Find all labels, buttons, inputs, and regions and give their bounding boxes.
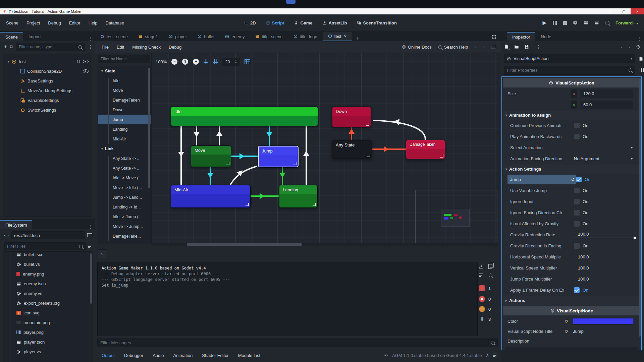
scene-tab-player[interactable]: player: [163, 32, 192, 41]
prop-size-x[interactable]: Size x 120.0: [502, 88, 641, 99]
link-item[interactable]: Idle -> Jump (...: [98, 212, 151, 222]
new-resource-icon[interactable]: +: [504, 44, 509, 50]
prop-use-variable-jump[interactable]: Use Variable Jump On: [502, 185, 641, 196]
expand-panel-icon[interactable]: [493, 354, 497, 357]
scene-tab-bullet[interactable]: bullet: [192, 32, 220, 41]
bottom-tab-audio[interactable]: Audio: [149, 353, 168, 358]
prop-facing-direction[interactable]: Animation Facing Direction No Argument▾: [502, 153, 641, 164]
graph-minimap[interactable]: [441, 209, 470, 227]
fs-sort-icon[interactable]: [88, 245, 92, 248]
pin-panel-icon[interactable]: ⊼: [486, 353, 489, 358]
section-animation-to-assign[interactable]: ▾Animation to assign: [503, 111, 641, 120]
prop-jump-force[interactable]: Jump Force Multiplier 100.0: [502, 274, 641, 285]
checkbox[interactable]: [574, 188, 580, 193]
prop-select-animation[interactable]: Select Animation ▾: [502, 142, 641, 153]
vs-menu-missing-check[interactable]: Missing Check: [128, 45, 165, 50]
filter-messages-input[interactable]: Filter Messages: [97, 338, 498, 347]
scene-filter-input[interactable]: Filter: name, t:type,: [16, 43, 85, 51]
stop-button[interactable]: [563, 21, 567, 25]
graph-node-jump[interactable]: Jump: [258, 146, 299, 167]
prop-vertical-speed[interactable]: Vertical Speed Multiplier 100.0: [502, 262, 641, 274]
minimap-toggle-icon[interactable]: [245, 59, 250, 64]
close-tab-icon[interactable]: ✕: [344, 34, 347, 39]
left-dock-menu-icon[interactable]: ⋮: [86, 36, 95, 41]
tab-scene[interactable]: Scene: [0, 32, 23, 41]
checkbox[interactable]: [574, 123, 580, 128]
tab-node[interactable]: Node: [535, 32, 556, 41]
edit-prev-icon[interactable]: ‹: [621, 45, 622, 50]
snap-toggle-icon[interactable]: [204, 59, 208, 64]
prop-gravity-direction[interactable]: Gravity Direction Is Facing On: [502, 240, 641, 251]
menu-project[interactable]: Project: [22, 20, 44, 25]
revert-icon[interactable]: ↺: [571, 177, 575, 182]
workspace-2d[interactable]: 2D: [244, 20, 256, 25]
search-help-link[interactable]: Search Help: [438, 45, 468, 50]
graph-node-idle[interactable]: Idle: [171, 107, 318, 126]
link-item[interactable]: Any State -> ...: [98, 154, 151, 163]
category-visualscriptnode[interactable]: VisualScriptNode: [503, 306, 641, 315]
checkbox-checked[interactable]: [574, 287, 580, 293]
link-item[interactable]: Move -> Idle (...: [98, 183, 151, 192]
prop-color[interactable]: Color ↺: [502, 316, 641, 326]
maximize-button[interactable]: ▢: [617, 8, 631, 14]
log-filter-icon[interactable]: [479, 274, 483, 277]
bottom-tab-module-list[interactable]: Module List: [234, 353, 264, 358]
add-node-button[interactable]: +: [4, 44, 7, 50]
inspector-menu-icon[interactable]: ⋮: [635, 36, 644, 41]
file-row[interactable]: export_presets.cfg: [3, 298, 93, 308]
renderer-selector[interactable]: Forward+ ▾: [615, 20, 638, 25]
vs-menu-file[interactable]: File: [98, 45, 113, 50]
tree-item-basesettings[interactable]: BaseSettings: [3, 76, 92, 86]
prop-node-title[interactable]: Visual Script Node Title ↺ Jump: [502, 326, 641, 336]
visibility-icon[interactable]: [83, 69, 89, 73]
error-count-icon[interactable]: ✕: [479, 296, 485, 302]
export-log-icon[interactable]: [479, 264, 484, 269]
graph-node-move[interactable]: Move: [191, 145, 231, 167]
link-item[interactable]: Jump -> Land...: [98, 192, 151, 202]
scene-tab-test[interactable]: test ✕: [323, 32, 352, 41]
prop-ignore-facing[interactable]: Ignore Facing Direction Ch On: [502, 207, 641, 218]
bottom-tab-output[interactable]: Output: [98, 353, 119, 358]
file-row[interactable]: bullet.vs: [3, 259, 93, 269]
minimize-button[interactable]: –: [604, 8, 617, 14]
history-forward-icon[interactable]: ›: [483, 45, 484, 50]
profiler-icon[interactable]: [605, 21, 609, 25]
grid-toggle-icon[interactable]: [213, 59, 218, 64]
file-list-scrollbar[interactable]: [90, 253, 92, 304]
prop-jump[interactable]: Jump↺ On: [502, 174, 641, 185]
scene-tab-enemy[interactable]: enemy: [220, 32, 250, 41]
state-item-landing[interactable]: Landing: [98, 124, 151, 134]
vs-menu-edit[interactable]: Edit: [113, 45, 128, 50]
scene-tab-title_scene[interactable]: title_scene: [250, 32, 288, 41]
load-resource-icon[interactable]: [514, 45, 519, 49]
file-row[interactable]: player.png: [3, 327, 93, 337]
state-item-idle[interactable]: Idle: [98, 76, 151, 85]
warning-count-icon[interactable]: !: [479, 306, 485, 312]
state-item-jump-selected[interactable]: Jump: [98, 115, 151, 124]
save-resource-icon[interactable]: [524, 45, 529, 49]
node-title-value[interactable]: Jump: [573, 329, 641, 334]
group-link[interactable]: ▾Link: [98, 144, 151, 154]
zoom-reset-button[interactable]: 1: [182, 59, 188, 65]
online-docs-link[interactable]: Online Docs: [402, 45, 432, 50]
checkbox[interactable]: [574, 134, 580, 139]
scene-tab-title_logo[interactable]: title_logo: [288, 32, 323, 41]
prop-gravity-reduction[interactable]: Gravity Reduction Rate 100.0: [502, 229, 641, 240]
edit-next-icon[interactable]: ›: [629, 45, 630, 50]
inspector-scrollbar[interactable]: [639, 78, 641, 337]
vs-menu-debug[interactable]: Debug: [165, 45, 185, 50]
prop-not-affected-gravity[interactable]: Is not Affected by Gravity On: [502, 218, 641, 229]
property-tools-icon[interactable]: [639, 68, 644, 72]
menu-scene[interactable]: Scene: [2, 20, 22, 25]
pause-button[interactable]: [552, 21, 557, 25]
graph-hscrollbar[interactable]: [151, 243, 498, 246]
movie-writer-icon[interactable]: [594, 20, 599, 25]
movie-maker-icon[interactable]: [584, 20, 588, 25]
link-item[interactable]: DamageTake...: [98, 231, 151, 241]
prop-play-backwards[interactable]: Play Animation Backwards On: [502, 131, 641, 142]
file-row[interactable]: enemy.tscn: [3, 279, 93, 289]
file-row[interactable]: player.tscn: [3, 337, 93, 347]
graph-node-landing[interactable]: Landing: [279, 185, 318, 208]
file-row[interactable]: enemy.vs: [3, 289, 93, 298]
zoom-in-button[interactable]: +: [193, 59, 199, 65]
